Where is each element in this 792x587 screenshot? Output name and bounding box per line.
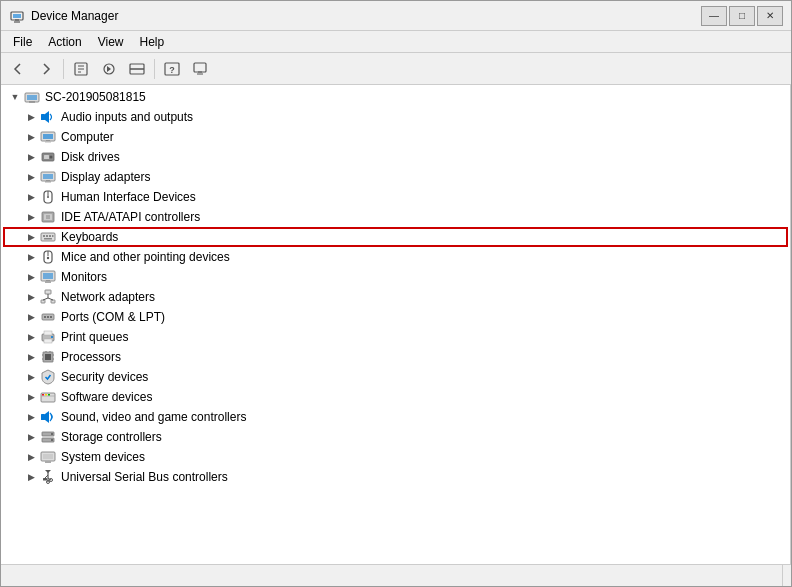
forward-button[interactable] (33, 57, 59, 81)
tree-item-network[interactable]: ▶ Network adapters (3, 287, 788, 307)
hid-toggle[interactable]: ▶ (23, 189, 39, 205)
menu-view[interactable]: View (90, 31, 132, 52)
ports-icon (39, 308, 57, 326)
status-text (9, 565, 783, 586)
tree-item-disk[interactable]: ▶ Disk drives (3, 147, 788, 167)
tree-item-security[interactable]: ▶ Security devices (3, 367, 788, 387)
ide-icon (39, 208, 57, 226)
svg-rect-53 (41, 300, 45, 303)
maximize-button[interactable]: □ (729, 6, 755, 26)
toolbar: ? (1, 53, 791, 85)
audio-icon (39, 108, 57, 126)
help-button[interactable]: ? (159, 57, 185, 81)
disk-icon (39, 148, 57, 166)
ports-label: Ports (COM & LPT) (61, 310, 165, 324)
disk-toggle[interactable]: ▶ (23, 149, 39, 165)
monitor-button[interactable] (187, 57, 213, 81)
svg-rect-41 (46, 235, 48, 237)
usb-toggle[interactable]: ▶ (23, 469, 39, 485)
hid-label: Human Interface Devices (61, 190, 196, 204)
processors-toggle[interactable]: ▶ (23, 349, 39, 365)
svg-marker-20 (45, 111, 49, 123)
svg-rect-19 (41, 114, 45, 120)
properties-button[interactable] (68, 57, 94, 81)
keyboards-label: Keyboards (61, 230, 118, 244)
tree-item-software[interactable]: ▶ Software devices (3, 387, 788, 407)
svg-point-47 (47, 257, 49, 259)
storage-label: Storage controllers (61, 430, 162, 444)
tree-item-mice[interactable]: ▶ Mice and other pointing devices (3, 247, 788, 267)
tree-item-storage[interactable]: ▶ Storage controllers (3, 427, 788, 447)
tree-item-hid[interactable]: ▶ Human Interface Devices (3, 187, 788, 207)
update-driver-button[interactable] (96, 57, 122, 81)
root-label: SC-201905081815 (45, 90, 146, 104)
scan-button[interactable] (124, 57, 150, 81)
svg-line-57 (48, 298, 53, 300)
close-button[interactable]: ✕ (757, 6, 783, 26)
network-toggle[interactable]: ▶ (23, 289, 39, 305)
svg-rect-24 (45, 141, 51, 143)
tree-item-processors[interactable]: ▶ Processors (3, 347, 788, 367)
sound-toggle[interactable]: ▶ (23, 409, 39, 425)
content-area: ▼ SC-201905081815 ▶ (1, 85, 791, 564)
ide-toggle[interactable]: ▶ (23, 209, 39, 225)
software-label: Software devices (61, 390, 152, 404)
menu-help[interactable]: Help (132, 31, 173, 52)
security-toggle[interactable]: ▶ (23, 369, 39, 385)
system-label: System devices (61, 450, 145, 464)
toolbar-sep-1 (63, 59, 64, 79)
svg-rect-29 (43, 174, 53, 179)
print-label: Print queues (61, 330, 128, 344)
tree-item-audio[interactable]: ▶ Audio inputs and outputs (3, 107, 788, 127)
tree-item-print[interactable]: ▶ Print queues (3, 327, 788, 347)
ide-label: IDE ATA/ATAPI controllers (61, 210, 200, 224)
svg-point-59 (44, 316, 46, 318)
storage-toggle[interactable]: ▶ (23, 429, 39, 445)
back-button[interactable] (5, 57, 31, 81)
mice-toggle[interactable]: ▶ (23, 249, 39, 265)
svg-rect-31 (45, 181, 51, 183)
tree-root[interactable]: ▼ SC-201905081815 (3, 87, 788, 107)
svg-rect-76 (42, 394, 44, 396)
system-toggle[interactable]: ▶ (23, 449, 39, 465)
tree-item-monitors[interactable]: ▶ Monitors (3, 267, 788, 287)
tree-item-keyboards[interactable]: ▶ Keyboards (3, 227, 788, 247)
root-toggle[interactable]: ▼ (7, 89, 23, 105)
computer-toggle[interactable]: ▶ (23, 129, 39, 145)
network-icon (39, 288, 57, 306)
svg-rect-36 (44, 214, 52, 220)
svg-point-27 (50, 156, 53, 159)
tree-item-display[interactable]: ▶ Display adapters (3, 167, 788, 187)
svg-rect-26 (44, 155, 49, 159)
tree-item-computer[interactable]: ▶ Computer (3, 127, 788, 147)
system-icon (39, 448, 57, 466)
display-toggle[interactable]: ▶ (23, 169, 39, 185)
svg-point-84 (51, 439, 53, 441)
software-toggle[interactable]: ▶ (23, 389, 39, 405)
root-icon (23, 88, 41, 106)
ports-toggle[interactable]: ▶ (23, 309, 39, 325)
minimize-button[interactable]: — (701, 6, 727, 26)
menu-file[interactable]: File (5, 31, 40, 52)
tree-item-ide[interactable]: ▶ IDE ATA/ATAPI controllers (3, 207, 788, 227)
tree-item-ports[interactable]: ▶ Ports (COM & LPT) (3, 307, 788, 327)
monitors-toggle[interactable]: ▶ (23, 269, 39, 285)
menu-bar: File Action View Help (1, 31, 791, 53)
tree-item-usb[interactable]: ▶ Universal Serial Bus controllers (3, 467, 788, 487)
svg-rect-79 (41, 414, 45, 420)
svg-rect-54 (51, 300, 55, 303)
processors-label: Processors (61, 350, 121, 364)
svg-rect-87 (45, 461, 51, 463)
software-icon (39, 388, 57, 406)
sound-icon (39, 408, 57, 426)
svg-point-65 (51, 336, 53, 338)
tree-item-sound[interactable]: ▶ Sound, video and game controllers (3, 407, 788, 427)
display-icon (39, 168, 57, 186)
menu-action[interactable]: Action (40, 31, 89, 52)
keyboards-toggle[interactable]: ▶ (23, 229, 39, 245)
device-tree[interactable]: ▼ SC-201905081815 ▶ (1, 85, 791, 564)
audio-toggle[interactable]: ▶ (23, 109, 39, 125)
print-toggle[interactable]: ▶ (23, 329, 39, 345)
svg-marker-89 (45, 470, 51, 473)
tree-item-system[interactable]: ▶ System devices (3, 447, 788, 467)
